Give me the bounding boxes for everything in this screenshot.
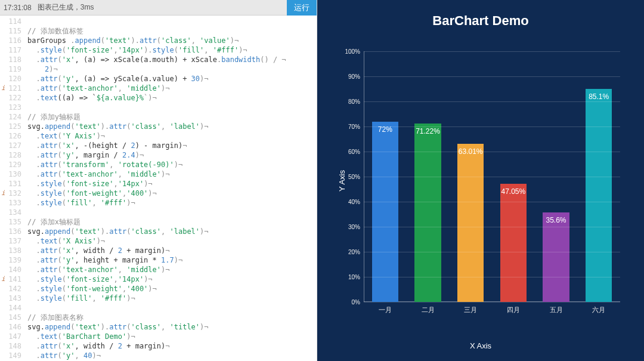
code-line[interactable]: .style('font-size','14px')¬ bbox=[27, 179, 314, 189]
bar-value-label: 35.6% bbox=[546, 216, 566, 224]
line-number: 149 bbox=[0, 351, 21, 360]
line-number: 114 bbox=[0, 17, 21, 26]
y-tick-label: 70% bbox=[348, 124, 360, 130]
x-tick-label: 五月 bbox=[550, 306, 563, 314]
code-line[interactable]: .attr('x', width / 2 + margin)¬ bbox=[27, 246, 314, 255]
line-number: 137 bbox=[0, 236, 21, 246]
line-number: 130 bbox=[0, 169, 21, 179]
chart-bar[interactable]: 71.22% bbox=[414, 124, 441, 302]
code-line[interactable]: 2)¬ bbox=[27, 64, 314, 74]
code-line[interactable]: .style('fill', '#fff')¬ bbox=[27, 294, 314, 303]
bar-value-label: 71.22% bbox=[416, 127, 440, 135]
x-tick-label: 六月 bbox=[592, 306, 605, 314]
x-axis-title: X Axis bbox=[470, 341, 491, 350]
editor-toolbar: 17:31:08 图表已生成，3ms 运行 bbox=[0, 0, 317, 16]
line-number: 127 bbox=[0, 141, 21, 150]
toolbar-status: 图表已生成，3ms bbox=[38, 2, 287, 13]
code-line[interactable]: barGroups .append('text').attr('class', … bbox=[27, 36, 314, 45]
code-line[interactable] bbox=[27, 17, 314, 26]
line-number: 145 bbox=[0, 313, 21, 322]
grid-line bbox=[364, 277, 620, 277]
y-tick-label: 80% bbox=[348, 98, 360, 105]
line-number: 143 bbox=[0, 294, 21, 303]
y-tick-label: 20% bbox=[348, 249, 360, 255]
gutter-info-icon[interactable]: i bbox=[1, 274, 5, 284]
chart-bar[interactable]: 35.6% bbox=[543, 212, 569, 302]
code-line[interactable]: .attr('text-anchor', 'middle')¬ bbox=[27, 169, 314, 179]
code-line[interactable]: .text((a) => `${a.value}%`)¬ bbox=[27, 93, 314, 103]
line-number: 123 bbox=[0, 103, 21, 112]
y-tick-label: 0% bbox=[352, 299, 360, 306]
line-number: 115 bbox=[0, 26, 21, 36]
gutter-info-icon[interactable]: i bbox=[1, 84, 5, 93]
code-line[interactable]: .attr('text-anchor', 'middle')¬ bbox=[27, 84, 314, 93]
code-line[interactable]: .attr('x', width / 2 + margin)¬ bbox=[27, 341, 314, 351]
line-number: 135 bbox=[0, 217, 21, 227]
grid-line bbox=[364, 126, 620, 127]
x-tick-label: 三月 bbox=[464, 306, 477, 314]
grid-line bbox=[364, 101, 620, 102]
code-line[interactable]: .style('font-weight','400')¬ bbox=[27, 189, 314, 198]
code-line[interactable]: .style('font-size','14px').style('fill',… bbox=[27, 45, 314, 55]
code-editor[interactable]: 114115116117118119120121i122123124125126… bbox=[0, 16, 317, 361]
line-number: 122 bbox=[0, 93, 21, 103]
code-line[interactable]: .attr('y', (a) => yScale(a.value) + 30)¬ bbox=[27, 74, 314, 84]
code-line[interactable]: svg.append('text').attr('class', 'label'… bbox=[27, 227, 314, 236]
x-tick-label: 二月 bbox=[422, 306, 435, 314]
editor-code[interactable]: // 添加数值标签barGroups .append('text').attr(… bbox=[25, 16, 317, 361]
chart-bar[interactable]: 72% bbox=[372, 122, 398, 302]
code-line[interactable]: // 添加y轴标题 bbox=[27, 112, 314, 122]
line-number: 116 bbox=[0, 36, 21, 45]
code-line[interactable]: .attr('transform', 'rotate(-90)')¬ bbox=[27, 160, 314, 169]
code-line[interactable] bbox=[27, 208, 314, 217]
code-line[interactable]: svg.append('text').attr('class', 'title'… bbox=[27, 322, 314, 332]
x-tick-label: 一月 bbox=[379, 306, 392, 314]
code-line[interactable] bbox=[27, 303, 314, 313]
line-number: 118 bbox=[0, 55, 21, 64]
editor-gutter: 114115116117118119120121i122123124125126… bbox=[0, 16, 25, 361]
code-line[interactable]: .attr('text-anchor', 'middle')¬ bbox=[27, 265, 314, 274]
grid-line bbox=[364, 252, 620, 252]
code-line[interactable]: // 添加图表名称 bbox=[27, 313, 314, 322]
code-line[interactable]: .text('Y Axis')¬ bbox=[27, 131, 314, 141]
y-tick-label: 100% bbox=[345, 48, 360, 55]
line-number: 117 bbox=[0, 45, 21, 55]
y-tick-label: 50% bbox=[348, 174, 360, 180]
code-line[interactable]: .text('BarChart Demo')¬ bbox=[27, 332, 314, 341]
line-number: 144 bbox=[0, 303, 21, 313]
line-number: 140 bbox=[0, 265, 21, 274]
line-number: 120 bbox=[0, 74, 21, 84]
gutter-info-icon[interactable]: i bbox=[1, 189, 5, 198]
code-line[interactable]: .style('font-size','14px')¬ bbox=[27, 274, 314, 284]
chart-bar[interactable]: 85.1% bbox=[586, 89, 612, 302]
grid-line bbox=[364, 51, 620, 52]
code-line[interactable]: .attr('y', height + margin * 1.7)¬ bbox=[27, 255, 314, 265]
chart-plot-area: 72%71.22%63.01%47.05%35.6%85.1% 0%10%20%… bbox=[364, 51, 620, 302]
x-tick-label: 四月 bbox=[507, 306, 520, 314]
code-line[interactable] bbox=[27, 103, 314, 112]
y-tick-label: 90% bbox=[348, 73, 360, 80]
line-number: 134 bbox=[0, 208, 21, 217]
chart-bar[interactable]: 63.01% bbox=[457, 144, 484, 302]
code-line[interactable]: .attr('y', 40)¬ bbox=[27, 351, 314, 360]
code-line[interactable]: // 添加数值标签 bbox=[27, 26, 314, 36]
code-line[interactable]: .attr('x', -(height / 2) - margin)¬ bbox=[27, 141, 314, 150]
bar-value-label: 47.05% bbox=[501, 187, 525, 196]
y-axis-title: Y Axis bbox=[338, 170, 346, 192]
toolbar-time: 17:31:08 bbox=[4, 4, 32, 12]
line-number: 125 bbox=[0, 122, 21, 131]
grid-line bbox=[364, 202, 620, 202]
code-line[interactable]: .text('X Axis')¬ bbox=[27, 236, 314, 246]
run-button[interactable]: 运行 bbox=[287, 0, 317, 16]
line-number: 131 bbox=[0, 179, 21, 189]
line-number: 147 bbox=[0, 332, 21, 341]
code-line[interactable]: // 添加x轴标题 bbox=[27, 217, 314, 227]
code-line[interactable]: .style('fill', '#fff')¬ bbox=[27, 198, 314, 208]
y-tick-label: 40% bbox=[348, 199, 360, 205]
code-line[interactable]: .attr('y', margin / 2.4)¬ bbox=[27, 150, 314, 160]
code-line[interactable]: .style('font-weight','400')¬ bbox=[27, 284, 314, 294]
line-number: 146 bbox=[0, 322, 21, 332]
code-line[interactable]: svg.append('text').attr('class', 'label'… bbox=[27, 122, 314, 131]
code-line[interactable]: .attr('x', (a) => xScale(a.mouth) + xSca… bbox=[27, 55, 314, 64]
grid-line bbox=[364, 76, 620, 77]
